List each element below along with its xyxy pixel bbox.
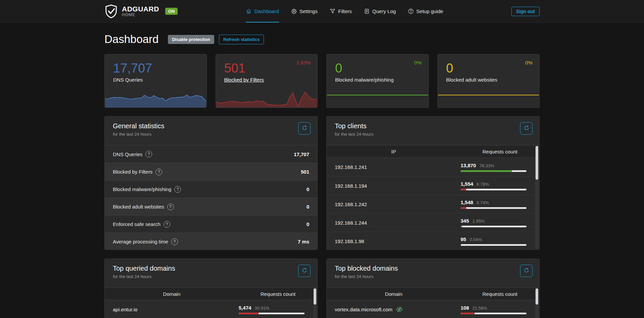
nav-item-dashboard[interactable]: Dashboard <box>246 0 279 22</box>
refresh-icon <box>524 268 529 274</box>
scrollbar-thumb[interactable] <box>536 288 538 305</box>
table-cell-name: vortex.data.microsoft.com <box>327 306 461 313</box>
nav-item-label: Query Log <box>372 8 396 14</box>
panel-title: Top blocked domains <box>335 265 531 272</box>
stat-row-value: 17,707 <box>294 151 309 157</box>
general-statistics-panel: General statistics for the last 24 hours… <box>104 116 318 250</box>
scrollbar-thumb[interactable] <box>314 288 316 305</box>
progress-bar <box>461 226 526 227</box>
scrollbar-thumb[interactable] <box>536 146 538 180</box>
refresh-button[interactable] <box>520 265 533 277</box>
column-header: Requests count <box>461 291 539 297</box>
column-header: Requests count <box>239 291 317 297</box>
table-cell-name: 192.168.1.241 <box>327 164 461 170</box>
requests-percent: 1.95% <box>472 219 485 224</box>
column-header: Domain <box>327 291 461 297</box>
page-title: Dashboard <box>104 33 158 46</box>
help-icon[interactable]: ? <box>167 203 174 210</box>
refresh-statistics-button[interactable]: Refresh statistics <box>219 35 264 44</box>
panel-subtitle: for the last 24 hours <box>335 274 531 279</box>
stat-row: DNS Queries?17,707 <box>105 145 317 163</box>
stat-row-label: DNS Queries? <box>113 151 152 157</box>
requests-percent: 8.74% <box>476 200 489 205</box>
panel-subtitle: for the last 24 hours <box>113 274 309 279</box>
logo-title: ADGUARD <box>122 5 159 13</box>
requests-count: 5,474 <box>239 305 251 311</box>
stat-row-label: Blocked by Filters? <box>113 169 162 175</box>
stat-row-label: Average processing time? <box>113 238 178 245</box>
table-cell-count: 5,47430.91% <box>239 305 317 314</box>
stat-card-dns-queries: 17,707DNS Queries <box>104 54 207 108</box>
help-icon[interactable]: ? <box>171 238 178 245</box>
main-nav: DashboardSettingsFiltersQuery LogSetup g… <box>246 0 443 22</box>
table-cell-count: 1,5488.74% <box>461 199 539 209</box>
requests-count: 95 <box>461 236 466 242</box>
stat-card-blocked-by-filters: 501Blocked by Filters2.83% <box>216 54 318 108</box>
scrollbar[interactable] <box>535 145 539 249</box>
stat-row: Enforced safe search?0 <box>105 215 317 233</box>
nav-item-label: Setup guide <box>416 8 443 14</box>
panel-title: Top queried domains <box>113 265 309 272</box>
panel-title: General statistics <box>113 122 309 130</box>
requests-count: 1,548 <box>461 199 473 205</box>
refresh-button[interactable] <box>298 122 311 135</box>
help-icon[interactable]: ? <box>155 169 162 175</box>
help-icon[interactable]: ? <box>164 221 170 228</box>
help-icon[interactable]: ? <box>145 151 152 157</box>
app-header: ADGUARD HOME ON DashboardSettingsFilters… <box>0 0 644 23</box>
requests-percent: 0.54% <box>469 237 482 242</box>
column-header: IP <box>327 149 461 154</box>
table-cell-count: 3451.95% <box>461 218 539 227</box>
progress-bar <box>461 313 526 314</box>
nav-item-query-log[interactable]: Query Log <box>364 0 396 22</box>
gear-icon <box>291 8 297 14</box>
sparkline-flat <box>327 95 428 95</box>
requests-percent: 30.91% <box>255 306 269 311</box>
eye-off-icon[interactable] <box>396 306 403 313</box>
refresh-icon <box>302 125 307 132</box>
stat-cards: 17,707DNS Queries501Blocked by Filters2.… <box>104 54 540 108</box>
table-cell-count: 950.54% <box>461 236 539 246</box>
table-row: 192.168.1.2421,5488.74% <box>327 195 539 213</box>
table-cell-count: 13,87078.33% <box>461 163 539 172</box>
scrollbar[interactable] <box>313 287 317 318</box>
table-row: vortex.data.microsoft.com10821.56% <box>327 300 539 318</box>
nav-item-settings[interactable]: Settings <box>291 0 318 22</box>
refresh-button[interactable] <box>298 265 311 277</box>
sparkline-flat <box>438 95 539 95</box>
table-cell-name: 192.168.1.244 <box>327 220 461 226</box>
stat-card-blocked-malware-phishing: 0Blocked malware/phishing0% <box>326 54 429 108</box>
stat-row-label: Blocked adult websites? <box>113 203 174 210</box>
stat-row: Average processing time?7 ms <box>105 233 317 250</box>
table-row: api.entur.io5,47430.91% <box>105 300 317 318</box>
help-icon[interactable]: ? <box>174 186 181 193</box>
nav-item-label: Filters <box>338 8 352 14</box>
requests-count: 345 <box>461 218 469 224</box>
refresh-button[interactable] <box>520 122 533 135</box>
adguard-logo[interactable]: ADGUARD HOME ON <box>104 4 178 19</box>
refresh-icon <box>524 125 529 132</box>
stat-row: Blocked malware/phishing?0 <box>105 180 317 198</box>
nav-item-label: Dashboard <box>254 8 279 14</box>
stat-card-percent: 2.83% <box>296 60 311 65</box>
stat-card-label[interactable]: Blocked by Filters <box>224 77 318 83</box>
main-content: Dashboard Disable protection Refresh sta… <box>104 33 540 318</box>
shield-check-icon <box>104 4 118 19</box>
status-badge: ON <box>165 8 178 15</box>
table-row: 192.168.1.24113,87078.33% <box>327 158 539 176</box>
nav-item-filters[interactable]: Filters <box>330 0 352 22</box>
table-row: 192.168.1.1941,5548.78% <box>327 176 539 195</box>
table-cell-count: 10821.56% <box>461 305 539 314</box>
sign-out-button[interactable]: Sign out <box>511 7 540 16</box>
top-queried-domains-panel: Top queried domains for the last 24 hour… <box>104 259 318 318</box>
panel-title: Top clients <box>335 122 531 130</box>
disable-protection-button[interactable]: Disable protection <box>168 35 214 44</box>
stat-row-value: 0 <box>307 186 309 192</box>
scrollbar[interactable] <box>535 287 539 318</box>
stat-card-label: DNS Queries <box>113 77 206 83</box>
stat-row-value: 0 <box>307 221 309 227</box>
stat-row-value: 0 <box>307 204 309 210</box>
stat-row-label: Blocked malware/phishing? <box>113 186 181 193</box>
nav-item-setup-guide[interactable]: Setup guide <box>408 0 443 22</box>
stat-card-link[interactable]: Blocked by Filters <box>224 77 264 83</box>
